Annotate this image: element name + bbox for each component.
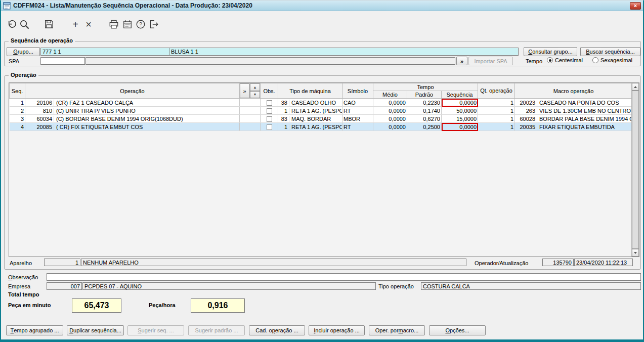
cell-macro[interactable]: 263VIES DE 1.30CM EMB NO CENTRO D: [515, 107, 632, 115]
grid-scrollbar[interactable]: [631, 83, 639, 256]
scroll-up-icon[interactable]: [632, 83, 639, 91]
cell-simbolo[interactable]: CAO: [342, 99, 373, 107]
grupo-desc-field[interactable]: BLUSA 1 1: [169, 48, 519, 56]
table-row[interactable]: 3 60034(C) BORDAR BASE DENIM 1994 ORIG(1…: [10, 115, 632, 123]
table-row[interactable]: 1 20106(CR) FAZ 1 CASEADO CALÇA 38CASEAD…: [10, 99, 632, 107]
cell-medio[interactable]: 0,0000: [373, 99, 407, 107]
cell-sequencia[interactable]: 0,0000: [442, 123, 478, 131]
grupo-button[interactable]: Grupo...: [7, 47, 40, 56]
col-header-tipo-maquina: Tipo de máquina: [278, 83, 342, 99]
grupo-code-field[interactable]: 777 1 1: [40, 48, 171, 56]
cell-seq[interactable]: 2: [10, 107, 25, 115]
cell-macro[interactable]: 20035FIXAR ETIQUETA EMBUTIDA: [515, 123, 632, 131]
window-title: CDFFM024 - Lista/Manutenção Sequência Op…: [13, 2, 252, 9]
add-button[interactable]: +: [69, 18, 82, 31]
close-icon: ×: [634, 3, 637, 9]
cell-macro[interactable]: 60028BORDAR PALA BASE DENIM 1994 OF: [515, 115, 632, 123]
cell-tipo-maquina[interactable]: 38CASEADO OLHO: [278, 99, 342, 107]
obs-checkbox[interactable]: [267, 108, 272, 114]
duplicar-sequencia-button[interactable]: Duplicar sequência...: [67, 325, 124, 335]
cell-tipo-maquina[interactable]: 83MAQ. BORDAR: [278, 115, 342, 123]
table-row[interactable]: 2 810(C) UNIR TIRA P/ VIES PUNHO 1RETA 1…: [10, 107, 632, 115]
close-button[interactable]: ×: [630, 2, 641, 10]
cell-simbolo[interactable]: RT: [342, 107, 373, 115]
expand-operacao-button[interactable]: »: [240, 83, 249, 98]
table-row[interactable]: 4 20085( CR) FIX ETIQUETA EMBUT COS 1RET…: [10, 123, 632, 131]
col-header-simbolo: Símbolo: [342, 83, 373, 99]
cell-operacao[interactable]: 810(C) UNIR TIRA P/ VIES PUNHO: [25, 107, 240, 115]
cell-medio[interactable]: 0,0000: [373, 115, 407, 123]
cell-obs[interactable]: [261, 115, 278, 123]
cell-tipo-maquina[interactable]: 1RETA 1 AG. (PESPONTO S: [278, 107, 342, 115]
cell-simbolo[interactable]: RT: [342, 123, 373, 131]
calendar-icon: [122, 19, 133, 29]
delete-icon: ×: [85, 19, 92, 30]
col-header-operacao: Operação: [25, 83, 240, 99]
cell-qt[interactable]: 1: [478, 123, 515, 131]
col-header-sequencia: Sequência: [442, 91, 478, 99]
cell-seq[interactable]: 3: [10, 115, 25, 123]
obs-checkbox[interactable]: [267, 116, 272, 122]
cell-obs[interactable]: [261, 123, 278, 131]
col-header-qt-operacao: Qt. operação: [478, 83, 515, 99]
consultar-grupo-button[interactable]: Consultar grupo...: [524, 47, 577, 56]
move-row-up-button[interactable]: ▲: [250, 83, 260, 91]
cell-macro[interactable]: 20023CASEADO NA PONTA DO COS: [515, 99, 632, 107]
cell-medio[interactable]: 0,0000: [373, 123, 407, 131]
cell-operacao[interactable]: 20085( CR) FIX ETIQUETA EMBUT COS: [25, 123, 240, 131]
search-button[interactable]: [18, 18, 31, 31]
cell-operacao[interactable]: 60034(C) BORDAR BASE DENIM 1994 ORIG(106…: [25, 115, 240, 123]
cell-qt[interactable]: 1: [478, 99, 515, 107]
svg-text:?: ?: [139, 22, 142, 27]
grid-body: 1 20106(CR) FAZ 1 CASEADO CALÇA 38CASEAD…: [10, 99, 632, 131]
cell-operacao[interactable]: 20106(CR) FAZ 1 CASEADO CALÇA: [25, 99, 240, 107]
opcoes-button[interactable]: Opções...: [429, 325, 486, 335]
obs-checkbox[interactable]: [267, 124, 272, 130]
cell-simbolo[interactable]: MBOR: [342, 115, 373, 123]
calendar-button[interactable]: [121, 18, 134, 31]
total-tempo-label: Total tempo: [8, 291, 39, 297]
cell-obs[interactable]: [261, 99, 278, 107]
cell-padrao[interactable]: 0,2230: [407, 99, 442, 107]
spa-desc-field: [85, 57, 455, 65]
oper-por-macro-button[interactable]: Oper. por macro...: [369, 325, 425, 335]
spa-input[interactable]: [40, 57, 85, 65]
cell-qt[interactable]: 1: [478, 107, 515, 115]
delete-button[interactable]: ×: [82, 18, 95, 31]
cell-medio[interactable]: 0,0000: [373, 107, 407, 115]
cell-sequencia[interactable]: 15,0000: [442, 115, 478, 123]
obs-checkbox[interactable]: [267, 100, 272, 106]
cell-obs[interactable]: [261, 107, 278, 115]
cell-sequencia[interactable]: 50,0000: [442, 107, 478, 115]
peca-minuto-field: 65,473: [72, 298, 121, 313]
buscar-sequencia-button[interactable]: Buscar sequência...: [580, 47, 640, 56]
cell-padrao[interactable]: 0,6270: [407, 115, 442, 123]
cell-sequencia[interactable]: 0,0000: [442, 99, 478, 107]
cell-padrao[interactable]: 0,2500: [407, 123, 442, 131]
spa-expand-button[interactable]: »: [456, 57, 467, 65]
cell-tipo-maquina[interactable]: 1RETA 1 AG. (PESPONTO S: [278, 123, 342, 131]
radio-sexagesimal[interactable]: Sexagesimal: [592, 57, 632, 63]
scroll-down-icon[interactable]: [632, 249, 639, 256]
help-button[interactable]: ?: [134, 18, 147, 31]
cell-seq[interactable]: 4: [10, 123, 25, 131]
exit-button[interactable]: [147, 18, 160, 31]
save-button[interactable]: [42, 18, 56, 31]
undo-button[interactable]: [5, 18, 18, 31]
cell-seq[interactable]: 1: [10, 99, 25, 107]
cell-padrao[interactable]: 0,1740: [407, 107, 442, 115]
tempo-agrupado-button[interactable]: Tempo agrupado ...: [6, 325, 63, 335]
observacao-label: Observação: [8, 274, 38, 280]
move-row-down-button[interactable]: ▼: [250, 91, 260, 99]
scrollbar-thumb[interactable]: [632, 91, 639, 249]
incluir-operacao-button[interactable]: Incluir operação ...: [309, 325, 365, 335]
radio-centesimal-label: Centesimal: [555, 57, 583, 63]
save-icon: [44, 19, 54, 29]
cad-operacao-button[interactable]: Cad. operação ...: [249, 325, 305, 335]
cell-qt[interactable]: 1: [478, 115, 515, 123]
col-header-tempo: Tempo: [373, 83, 478, 91]
observacao-input[interactable]: [47, 273, 641, 281]
radio-centesimal[interactable]: Centesimal: [547, 57, 583, 63]
tipo-operacao-field: COSTURA CALCA: [421, 282, 641, 290]
print-button[interactable]: [107, 18, 120, 31]
